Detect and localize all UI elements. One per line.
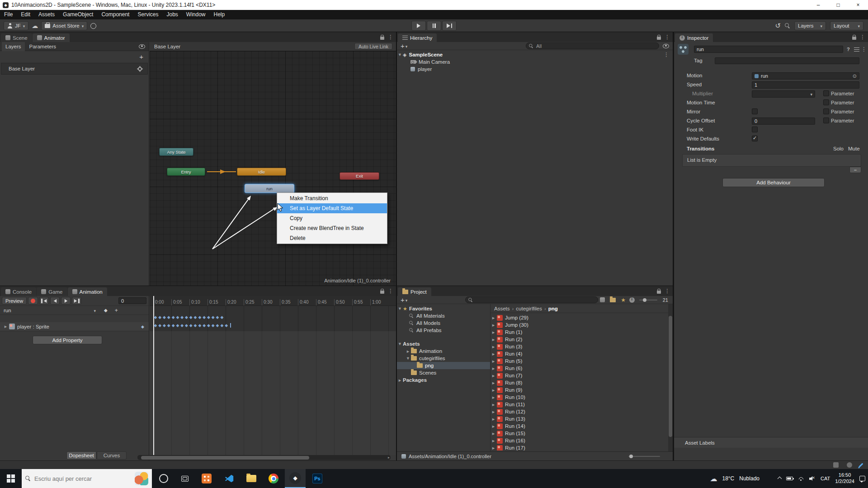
expander-icon[interactable]	[491, 438, 496, 444]
multiplier-parameter-checkbox[interactable]	[823, 90, 829, 96]
chevron-down-icon[interactable]	[406, 43, 408, 49]
menu-item[interactable]: Component	[97, 10, 133, 19]
menu-item[interactable]: Jobs	[162, 10, 182, 19]
action-center-icon[interactable]	[859, 476, 865, 481]
lock-icon[interactable]	[380, 37, 384, 40]
taskbar-app-chrome[interactable]	[263, 469, 284, 488]
panel-menu-icon[interactable]	[388, 34, 393, 40]
assets-root-row[interactable]: Assets	[397, 340, 490, 347]
packages-root-row[interactable]: Packages	[397, 376, 490, 384]
hierarchy-row-scene[interactable]: ◈ SampleScene	[397, 51, 673, 58]
volume-muted-icon[interactable]	[809, 476, 816, 481]
motion-time-parameter-checkbox[interactable]	[823, 99, 829, 105]
lock-icon[interactable]	[380, 291, 384, 294]
graph-node-exit[interactable]: Exit	[340, 172, 379, 180]
zoom-slider-handle[interactable]	[643, 298, 646, 302]
lock-icon[interactable]	[657, 291, 661, 294]
folder-row-animation[interactable]: Animation	[397, 347, 490, 355]
weather-temp[interactable]: 18°C	[722, 475, 734, 482]
hierarchy-row-main-camera[interactable]: Main Camera	[397, 58, 673, 66]
graph-node-any-state[interactable]: Any State	[159, 148, 193, 156]
project-file-row[interactable]: Run (5)	[491, 357, 668, 365]
add-property-button[interactable]: Add Property	[33, 336, 102, 344]
keyframe-track-row[interactable]: ◆◆◆◆◆◆◆◆◆◆◆◆◆◆◆◆◆	[153, 322, 231, 328]
search-by-label-icon[interactable]	[610, 298, 616, 302]
start-button[interactable]	[0, 469, 22, 488]
expander-icon[interactable]	[491, 315, 496, 321]
project-file-row[interactable]: Run (10)	[491, 394, 668, 401]
context-menu-item[interactable]: Make Transition	[277, 193, 387, 203]
menu-item[interactable]: Assets	[34, 10, 59, 19]
battery-icon[interactable]	[786, 477, 793, 480]
preview-toggle[interactable]: Preview	[2, 297, 27, 305]
scrollbar-thumb[interactable]	[141, 456, 309, 460]
expander-icon[interactable]	[491, 358, 496, 364]
subtab-layers[interactable]: Layers	[2, 42, 25, 51]
menu-item[interactable]: File	[0, 10, 17, 19]
scene-visibility-icon[interactable]	[663, 44, 669, 48]
panel-menu-icon[interactable]	[665, 34, 670, 40]
favorite-all-models[interactable]: All Models	[397, 319, 490, 327]
horizontal-scrollbar[interactable]: ▸	[137, 455, 391, 460]
gear-icon[interactable]	[138, 67, 142, 71]
expander-icon[interactable]	[491, 431, 496, 436]
play-button[interactable]	[411, 21, 426, 31]
dopesheet-toggle[interactable]: Dopesheet	[66, 451, 96, 460]
asset-edit-icon[interactable]	[859, 463, 863, 467]
breadcrumb-segment[interactable]: cutegirlfiles	[516, 306, 542, 311]
asset-store-button[interactable]: Asset Store	[41, 21, 87, 30]
cycle-offset-field[interactable]: 0	[752, 117, 815, 125]
graph-canvas[interactable]: Any State Entry Idle Exit run	[150, 51, 396, 286]
context-menu-item[interactable]: Delete	[277, 233, 387, 243]
cycle-offset-parameter-checkbox[interactable]	[823, 117, 829, 123]
expander-icon[interactable]	[491, 351, 496, 357]
maximize-button[interactable]: □	[828, 0, 848, 10]
status-activity-icon[interactable]	[833, 462, 839, 468]
hierarchy-row-player[interactable]: player	[397, 66, 673, 73]
weather-cloud-icon[interactable]: ☁	[710, 474, 717, 483]
project-file-row[interactable]: Jump (29)	[491, 314, 668, 321]
expander-icon[interactable]	[491, 445, 496, 451]
expander-icon[interactable]	[491, 409, 496, 415]
project-file-row[interactable]: Run (4)	[491, 350, 668, 357]
write-defaults-checkbox[interactable]	[752, 136, 758, 141]
breadcrumb-segment[interactable]: Assets	[494, 306, 510, 311]
tag-field[interactable]	[715, 57, 859, 64]
minimize-button[interactable]: –	[808, 0, 828, 10]
taskbar-search-input[interactable]	[34, 475, 131, 482]
graph-node-entry[interactable]: Entry	[167, 168, 205, 176]
tab-console[interactable]: Console	[1, 287, 36, 296]
close-button[interactable]: ×	[848, 0, 868, 10]
tray-expand-icon[interactable]	[778, 476, 782, 481]
scroll-right-icon[interactable]: ▸	[388, 455, 390, 460]
asset-labels-header[interactable]: Asset Labels	[674, 437, 868, 448]
folder-row-scenes[interactable]: Scenes	[397, 369, 490, 376]
layer-row[interactable]: Base Layer	[1, 63, 148, 75]
project-file-row[interactable]: Run (1)	[491, 328, 668, 336]
property-row[interactable]: player : Sprite ◆	[0, 322, 149, 331]
project-file-row[interactable]: Run (9)	[491, 386, 668, 394]
eye-icon[interactable]	[139, 44, 145, 49]
tab-animator[interactable]: Animator	[33, 33, 70, 42]
graph-node-idle[interactable]: Idle	[237, 168, 286, 176]
next-key-button[interactable]	[72, 297, 81, 305]
expander-icon[interactable]	[491, 387, 496, 393]
panel-menu-icon[interactable]	[665, 288, 670, 294]
timeline-ruler[interactable]: 0:000:050:100:150:200:250:300:350:400:45…	[150, 296, 396, 306]
taskbar-search[interactable]	[22, 469, 152, 488]
expander-icon[interactable]	[491, 380, 496, 386]
folder-row-cutegirlfiles[interactable]: cutegirlfiles	[397, 355, 490, 362]
account-button[interactable]: JF	[4, 21, 28, 30]
breadcrumb-segment[interactable]: png	[548, 306, 558, 311]
state-name-field[interactable]: run	[694, 46, 843, 53]
scene-menu-icon[interactable]	[664, 52, 669, 58]
help-icon[interactable]: ?	[847, 47, 850, 52]
undo-history-icon[interactable]: ↺	[775, 22, 781, 30]
context-menu-item[interactable]: Set as Layer Default State	[277, 203, 387, 213]
expander-icon[interactable]	[491, 337, 496, 343]
project-file-row[interactable]: Run (6)	[491, 365, 668, 372]
footer-zoom-handle[interactable]	[629, 455, 633, 458]
graph-node-run[interactable]: run	[245, 184, 294, 193]
taskbar-app-explorer[interactable]	[241, 469, 262, 488]
object-picker-icon[interactable]: ⊙	[853, 73, 857, 79]
